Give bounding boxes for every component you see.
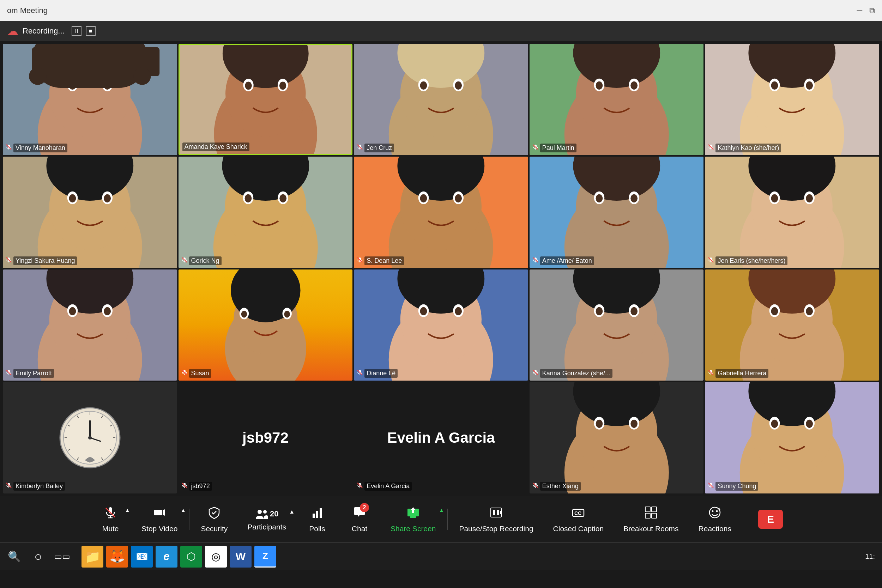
participant-display-name-evelin: Evelin A Garcia xyxy=(380,429,502,446)
video-cell-jen[interactable]: Jen Cruz xyxy=(354,44,528,155)
video-cell-sdean[interactable]: S. Dean Lee xyxy=(354,157,528,268)
mute-icon xyxy=(104,506,117,522)
stop-video-caret[interactable]: ▲ xyxy=(181,507,186,514)
participant-name-kathlyn: Kathlyn Kao (she/her) xyxy=(716,144,781,152)
participant-face-esther xyxy=(530,382,704,494)
svg-point-21 xyxy=(245,81,252,90)
pause-recording-icon xyxy=(489,506,503,522)
zoom-app[interactable]: Z xyxy=(254,546,276,567)
task-view-button[interactable]: ▭▭ xyxy=(51,546,73,567)
video-cell-amanda[interactable]: Amanda Kaye Sharick xyxy=(178,44,353,155)
system-tray: 11: xyxy=(865,552,879,561)
participants-button[interactable]: ▲ 20 Participants xyxy=(237,507,296,531)
end-meeting-button[interactable]: E xyxy=(748,510,793,529)
video-cell-jenearls[interactable]: Jen Earls (she/her/hers) xyxy=(705,157,879,268)
firefox-app[interactable]: 🦊 xyxy=(106,546,128,567)
polls-button[interactable]: Polls xyxy=(296,506,338,533)
chat-button[interactable]: 2 Chat xyxy=(338,506,381,533)
participant-face-ame xyxy=(530,157,704,268)
mute-caret[interactable]: ▲ xyxy=(124,507,130,514)
chat-label: Chat xyxy=(352,525,367,533)
title-bar: om Meeting ─ ⧉ xyxy=(0,0,882,21)
muted-icon-jenearls xyxy=(708,257,714,265)
participant-name-tag-sunny: Sunny Chung xyxy=(708,482,758,490)
search-button[interactable]: 🔍 xyxy=(3,546,25,567)
edge-app[interactable]: ⬡ xyxy=(180,546,202,567)
minimize-button[interactable]: ─ xyxy=(856,6,862,15)
svg-point-52 xyxy=(806,81,813,90)
security-icon xyxy=(207,506,221,522)
video-cell-susan[interactable]: Susan xyxy=(178,270,353,381)
end-button-bg[interactable]: E xyxy=(758,510,783,529)
participants-caret[interactable]: ▲ xyxy=(289,508,295,515)
mute-button[interactable]: ▲ Mute xyxy=(89,506,132,533)
svg-point-129 xyxy=(241,310,247,318)
video-cell-vinny[interactable]: Vinny Manoharan xyxy=(3,44,177,155)
clock-icon xyxy=(58,406,122,470)
video-cell-emily[interactable]: Emily Parrott xyxy=(3,270,177,381)
svg-point-107 xyxy=(806,194,813,202)
firefox-icon: 🦊 xyxy=(110,549,125,564)
divider-2 xyxy=(447,508,448,530)
reactions-button[interactable]: + Reactions xyxy=(688,506,741,533)
word-app[interactable]: W xyxy=(230,546,252,567)
file-explorer-app[interactable]: 📁 xyxy=(81,546,104,567)
participants-label: Participants xyxy=(248,523,286,531)
share-screen-caret[interactable]: ▲ xyxy=(439,507,444,514)
chrome-app[interactable]: ◎ xyxy=(205,546,227,567)
video-cell-gorick[interactable]: Gorick Ng xyxy=(178,157,353,268)
restore-button[interactable]: ⧉ xyxy=(869,6,875,15)
edge-legacy-app[interactable]: e xyxy=(156,546,177,567)
divider-1 xyxy=(189,508,189,530)
pause-recording-button[interactable]: Pause/Stop Recording xyxy=(449,506,543,533)
stop-video-icon xyxy=(153,506,166,522)
closed-caption-button[interactable]: CC Closed Caption xyxy=(543,506,614,533)
video-cell-karina[interactable]: Karina Gonzalez (she/... xyxy=(530,270,704,381)
svg-point-240 xyxy=(712,510,714,512)
svg-point-85 xyxy=(455,194,462,202)
participant-face-vinny xyxy=(3,44,177,155)
svg-point-73 xyxy=(244,194,252,202)
word-icon: W xyxy=(236,550,246,562)
chrome-icon: ◎ xyxy=(212,550,220,562)
video-cell-gabriella[interactable]: Gabriella Herrera xyxy=(705,270,879,381)
title-bar-left: om Meeting xyxy=(7,6,48,15)
security-button[interactable]: Security xyxy=(191,506,237,533)
svg-rect-228 xyxy=(410,516,416,518)
svg-point-96 xyxy=(630,194,638,202)
video-cell-yingzi[interactable]: Yingzi Sakura Huang xyxy=(3,157,177,268)
muted-icon-ame xyxy=(532,257,539,265)
mute-label: Mute xyxy=(102,525,119,533)
video-cell-kimberly[interactable]: Kimberlyn Bailey xyxy=(3,382,177,494)
participant-name-tag-jsb: jsb972 xyxy=(182,482,212,490)
video-cell-dianne[interactable]: Dianne Lê xyxy=(354,270,528,381)
share-screen-button[interactable]: ▲ Share Screen xyxy=(381,506,446,533)
video-cell-kathlyn[interactable]: Kathlyn Kao (she/her) xyxy=(705,44,879,155)
recording-pause-button[interactable]: ⏸ xyxy=(72,26,81,36)
video-cell-sunny[interactable]: Sunny Chung xyxy=(705,382,879,494)
svg-point-221 xyxy=(258,510,262,514)
video-cell-jsb[interactable]: jsb972jsb972 xyxy=(178,382,353,494)
breakout-rooms-button[interactable]: Breakout Rooms xyxy=(614,506,688,533)
participant-display-name-jsb: jsb972 xyxy=(236,429,296,446)
video-cell-ame[interactable]: Ame /Ame/ Eaton xyxy=(530,157,704,268)
video-cell-evelin[interactable]: Evelin A GarciaEvelin A Garcia xyxy=(354,382,528,494)
svg-point-141 xyxy=(455,307,462,315)
muted-icon-sunny xyxy=(708,482,714,490)
svg-point-200 xyxy=(630,420,638,428)
muted-icon-gabriella xyxy=(708,369,714,377)
participant-face-susan xyxy=(178,270,353,381)
participant-name-tag-paul: Paul Martin xyxy=(532,144,576,152)
svg-point-11 xyxy=(134,68,151,85)
recording-stop-button[interactable]: ■ xyxy=(86,26,96,36)
svg-point-95 xyxy=(596,194,603,202)
outlook-app[interactable]: 📧 xyxy=(131,546,153,567)
muted-icon-esther xyxy=(532,482,539,490)
video-cell-paul[interactable]: Paul Martin xyxy=(530,44,704,155)
video-cell-esther[interactable]: Esther Xiang xyxy=(530,382,704,494)
svg-point-40 xyxy=(596,81,603,90)
muted-icon-emily xyxy=(6,369,12,377)
cortana-button[interactable]: ○ xyxy=(27,546,49,567)
stop-video-button[interactable]: ▲ Stop Video xyxy=(132,506,188,533)
title-bar-controls[interactable]: ─ ⧉ xyxy=(856,6,875,15)
